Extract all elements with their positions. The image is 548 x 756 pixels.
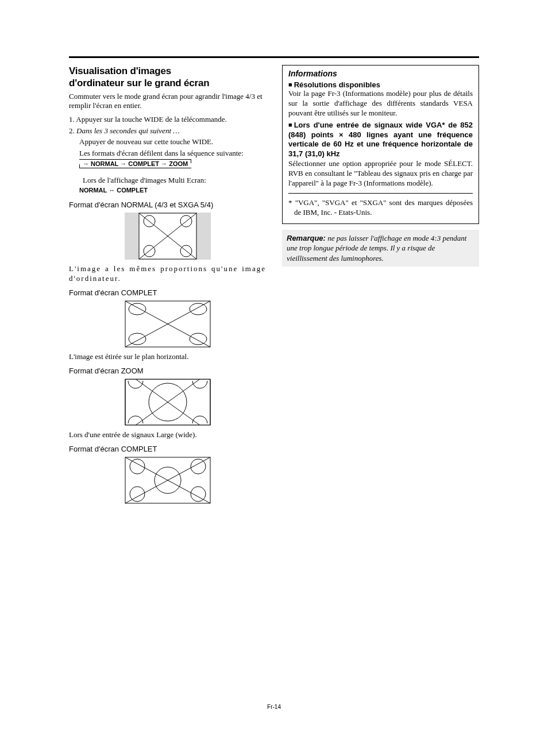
arrow-icon: → <box>120 160 126 167</box>
step-2-line3: Les formats d'écran défilent dans la séq… <box>69 148 266 159</box>
format-complet-paragraph: L'image est étirée sur le plan horizonta… <box>69 352 266 362</box>
page-footer: Fr-14 <box>0 704 548 710</box>
info-divider <box>288 193 473 194</box>
step-2-line2: Appuyer de nouveau sur cette touche WIDE… <box>69 137 266 147</box>
top-rule <box>69 56 479 58</box>
informations-title: Informations <box>288 69 473 78</box>
seq-zoom: ZOOM <box>169 160 188 167</box>
seq2-complet: COMPLET <box>117 187 148 194</box>
seq2-normal: NORMAL <box>79 187 107 194</box>
right-column: Informations ■Résolutions disponibles Vo… <box>282 65 479 508</box>
two-column-layout: Visualisation d'images d'ordinateur sur … <box>69 65 479 508</box>
format-zoom-heading: Format d'écran ZOOM <box>69 367 266 375</box>
remarque-box: Remarque: ne pas laisser l'affichage en … <box>282 230 479 267</box>
trademark-footnote: * "VGA", "SVGA" et "SXGA" sont des marqu… <box>288 198 473 218</box>
heading-line2: d'ordinateur sur le grand écran <box>69 78 209 88</box>
step-1: 1. Appuyer sur la touche WIDE de la télé… <box>69 114 266 125</box>
resolutions-paragraph: Voir la page Fr-3 (Informations modèle) … <box>288 89 473 118</box>
format-normal-heading: Format d'écran NORMAL (4/3 et SXGA 5/4) <box>69 200 266 209</box>
heading-line1: Visualisation d'images <box>69 65 171 76</box>
format-normal-paragraph: L'image a les mêmes proportions qu'une i… <box>69 264 266 284</box>
sequence-box: → NORMAL → COMPLET → ZOOM <box>79 159 191 168</box>
diagram-complet-icon <box>125 300 211 348</box>
format-zoom-paragraph: Lors d'une entrée de signaux Large (wide… <box>69 430 266 440</box>
multi-ecran-line: Lors de l'affichage d'images Multi Ecran… <box>72 175 266 186</box>
seq-normal: NORMAL <box>91 160 118 167</box>
format-complet2-heading: Format d'écran COMPLET <box>69 445 266 453</box>
resolutions-heading: ■Résolutions disponibles <box>288 80 473 89</box>
square-bullet-icon: ■ <box>288 81 292 88</box>
format-sequence-2: NORMAL ↔ COMPLET <box>69 187 266 194</box>
double-arrow-icon: ↔ <box>109 187 115 194</box>
format-sequence: → NORMAL → COMPLET → ZOOM <box>69 159 266 168</box>
arrow-icon: → <box>161 160 167 167</box>
step-2-italic: Dans les 3 secondes qui suivent … <box>76 126 180 135</box>
step-2-lead: 2. Dans les 3 secondes qui suivent … <box>69 126 266 136</box>
vga-heading: ■Lors d'une entrée de signaux wide VGA* … <box>288 121 473 160</box>
diagram-complet2-icon <box>125 457 211 504</box>
step-2-number: 2. <box>69 126 75 135</box>
seq-complet: COMPLET <box>128 160 159 167</box>
diagram-normal-icon <box>125 213 211 260</box>
format-complet-heading: Format d'écran COMPLET <box>69 288 266 297</box>
resolutions-heading-text: Résolutions disponibles <box>294 80 380 89</box>
left-column: Visualisation d'images d'ordinateur sur … <box>69 65 266 508</box>
section-heading: Visualisation d'images d'ordinateur sur … <box>69 65 266 90</box>
informations-box: Informations ■Résolutions disponibles Vo… <box>282 65 479 224</box>
vga-heading-text: Lors d'une entrée de signaux wide VGA* d… <box>288 121 473 159</box>
remarque-lead: Remarque: <box>287 234 326 242</box>
arrow-icon: → <box>83 160 89 167</box>
square-bullet-icon: ■ <box>288 121 292 129</box>
diagram-zoom-icon <box>125 379 211 426</box>
vga-paragraph: Sélectionner une option appropriée pour … <box>288 159 473 188</box>
intro-paragraph: Commuter vers le mode grand écran pour a… <box>69 92 266 111</box>
